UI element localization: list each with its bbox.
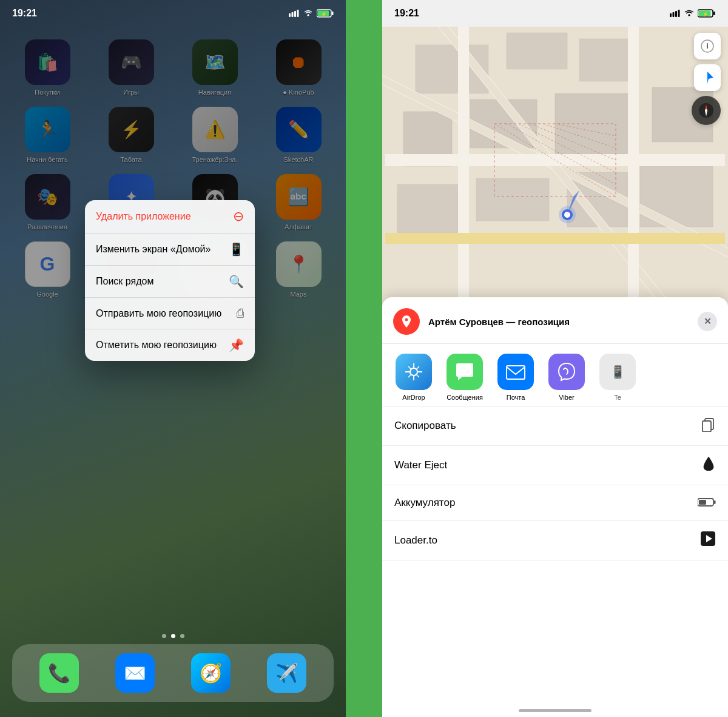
share-app-viber[interactable]: Viber — [545, 354, 588, 401]
water-eject-action[interactable]: Water Eject — [382, 446, 728, 485]
app-icon-navigacia: 🗺️ — [192, 39, 238, 85]
status-icons-left: ⚡ — [289, 9, 334, 18]
share-app-mail[interactable]: Почта — [494, 354, 538, 401]
share-app-messages[interactable]: Сообщения — [443, 354, 487, 401]
svg-text:i: i — [706, 41, 709, 50]
messages-app-icon — [447, 354, 483, 390]
share-app-airdrop[interactable]: AirDrop — [392, 354, 436, 401]
app-navigacia[interactable]: 🗺️ Навигация — [178, 39, 251, 96]
page-dots — [0, 634, 346, 638]
svg-rect-18 — [507, 33, 567, 69]
play-icon — [700, 531, 716, 550]
svg-rect-36 — [385, 233, 725, 244]
app-icon-pokupki: 🛍️ — [25, 39, 70, 85]
svg-rect-52 — [507, 366, 525, 379]
svg-rect-57 — [714, 500, 716, 504]
wifi-icon-right — [684, 10, 694, 17]
close-icon: ✕ — [704, 316, 712, 327]
app-igri[interactable]: 🎮 Игры — [95, 39, 167, 96]
app-pokupki[interactable]: 🛍️ Покупки — [11, 39, 84, 96]
share-apps-row: AirDrop Сообщения Почта — [382, 344, 728, 406]
app-icon-sketchar: ✏️ — [276, 107, 322, 152]
search-icon: 🔍 — [229, 274, 244, 289]
svg-rect-1 — [292, 12, 294, 17]
dot-2 — [171, 634, 175, 638]
app-alfavit[interactable]: 🔤 Алфавит — [262, 174, 335, 231]
viber-icon-svg — [556, 361, 578, 383]
pin-marker-icon — [399, 314, 414, 329]
app-maps[interactable]: 📍 Maps — [262, 241, 335, 298]
wifi-icon — [303, 10, 313, 17]
app-google[interactable]: G Google — [11, 241, 84, 298]
airdrop-icon-svg — [403, 361, 425, 383]
svg-text:⚡: ⚡ — [321, 11, 327, 17]
map-location-button[interactable] — [694, 64, 721, 91]
delete-app-button[interactable]: Удалить приложение ⊖ — [85, 200, 255, 234]
battery-status-icon — [698, 495, 716, 511]
app-label-kinopub: ● KinoPub — [283, 89, 314, 96]
signal-icon-right — [670, 10, 681, 17]
right-phone: 19:21 ⚡ — [382, 0, 728, 717]
svg-text:⚡: ⚡ — [703, 11, 709, 17]
airdrop-label: AirDrop — [402, 394, 425, 401]
map-compass-button[interactable] — [692, 96, 721, 125]
map-svg — [382, 27, 728, 306]
dock-safari[interactable]: 🧭 — [191, 653, 231, 693]
battery-action[interactable]: Аккумулятор — [382, 485, 728, 521]
svg-rect-0 — [289, 13, 291, 17]
home-indicator — [519, 709, 592, 712]
status-icons-right: ⚡ — [670, 9, 716, 18]
app-kinopub[interactable]: ⏺ ● KinoPub — [262, 39, 335, 96]
svg-rect-22 — [555, 93, 634, 154]
map-area[interactable]: i — [382, 27, 728, 306]
mail-icon-svg — [505, 361, 527, 383]
app-razvl[interactable]: 🎭 Развлечения — [11, 174, 84, 231]
copy-action[interactable]: Скопировать — [382, 406, 728, 446]
svg-rect-14 — [713, 12, 715, 15]
delete-icon: ⊖ — [233, 209, 244, 224]
app-label-razvl: Развлечения — [27, 223, 67, 231]
edit-homescreen-button[interactable]: Изменить экран «Домой» 📱 — [85, 234, 255, 266]
search-nearby-button[interactable]: Поиск рядом 🔍 — [85, 266, 255, 298]
app-icon-razvl: 🎭 — [25, 174, 70, 220]
app-sketchar[interactable]: ✏️ SketchAR — [262, 107, 335, 163]
svg-rect-8 — [670, 13, 672, 17]
app-trenajer[interactable]: ⚠️ Тренажёр:Зна. — [178, 107, 251, 163]
app-label-navigacia: Навигация — [198, 89, 231, 96]
app-tabata[interactable]: ⚡ Табата — [95, 107, 167, 163]
app-label-begite: Начни бегать — [27, 156, 68, 163]
app-begite[interactable]: 🏃 Начни бегать — [11, 107, 84, 163]
dock-telegram[interactable]: ✈️ — [267, 653, 306, 693]
svg-rect-10 — [675, 11, 677, 17]
status-bar-left: 19:21 ⚡ — [0, 0, 346, 27]
mail-label: Почта — [507, 394, 525, 401]
mail-app-icon — [497, 354, 534, 390]
status-bar-right: 19:21 ⚡ — [382, 0, 728, 27]
svg-rect-9 — [673, 12, 675, 17]
share-close-button[interactable]: ✕ — [698, 312, 717, 331]
battery-icon-right: ⚡ — [698, 9, 716, 18]
loader-action[interactable]: Loader.to — [382, 521, 728, 560]
share-location-button[interactable]: Отправить мою геопозицию ⎙ — [85, 298, 255, 329]
app-label-sketchar: SketchAR — [284, 156, 314, 163]
svg-rect-3 — [297, 10, 299, 17]
share-app-more[interactable]: 📱 Te — [596, 354, 639, 401]
app-icon-tabata: ⚡ — [109, 107, 154, 152]
viber-app-icon — [548, 354, 585, 390]
signal-icon — [289, 10, 300, 17]
more-app-icon: 📱 — [599, 354, 636, 390]
svg-rect-19 — [579, 39, 634, 81]
mark-location-button[interactable]: Отметить мою геопозицию 📌 — [85, 329, 255, 361]
share-contact-icon — [393, 308, 420, 335]
share-icon: ⎙ — [237, 306, 244, 320]
dock-phone[interactable]: 📞 — [39, 653, 79, 693]
loader-label: Loader.to — [394, 534, 437, 547]
app-label-trenajer: Тренажёр:Зна. — [192, 156, 237, 163]
viber-label: Viber — [559, 394, 574, 401]
map-info-button[interactable]: i — [694, 33, 721, 59]
dock-mail[interactable]: ✉️ — [115, 653, 155, 693]
share-title: Артём Суровцев — геопозиция — [428, 317, 689, 327]
app-icon-alfavit: 🔤 — [276, 174, 322, 220]
messages-icon-svg — [454, 361, 476, 383]
app-icon-maps: 📍 — [276, 241, 322, 287]
